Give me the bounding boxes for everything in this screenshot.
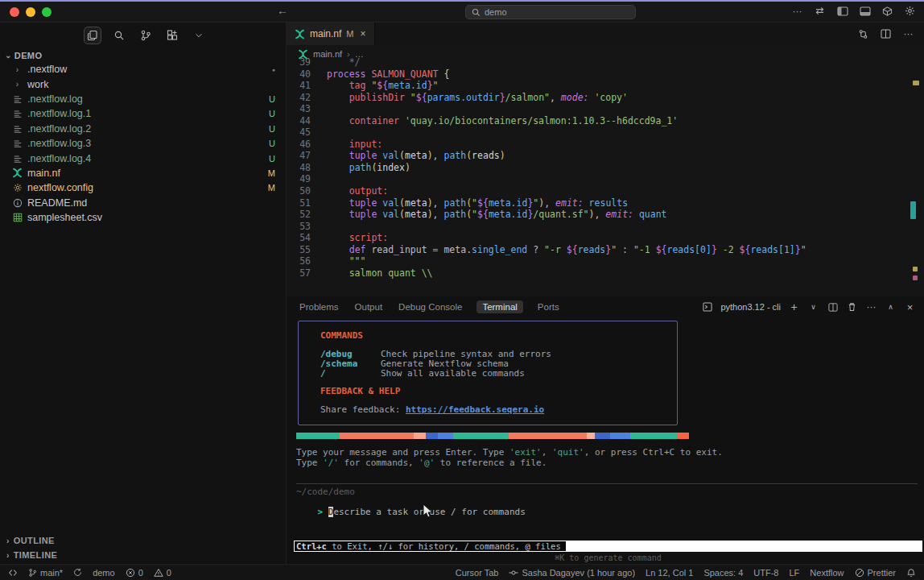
panel-more-actions-icon[interactable]: ··· <box>865 301 877 313</box>
code-line[interactable]: 53 <box>287 221 924 233</box>
status-item-0[interactable]: 0 <box>126 568 143 578</box>
split-terminal-icon[interactable] <box>827 301 839 313</box>
code-line[interactable]: 39 */ <box>287 56 924 68</box>
search-icon[interactable] <box>110 27 128 44</box>
panel-tab-ports[interactable]: Ports <box>536 300 561 313</box>
file-name: .nextflow.log.1 <box>27 108 269 119</box>
cli-prompt[interactable]: > Describe a task or use / for commands <box>296 496 526 528</box>
status-item-cursor-tab[interactable]: Cursor Tab <box>456 568 499 578</box>
toggle-sidebar-icon[interactable] <box>836 5 848 17</box>
code-line[interactable]: 55 def read_input = meta.single_end ? "-… <box>287 244 924 256</box>
panel-tab-output[interactable]: Output <box>353 300 385 313</box>
close-panel-icon[interactable]: × <box>904 301 916 313</box>
sync-arrows-icon[interactable] <box>814 5 826 17</box>
minimize-window-button[interactable] <box>26 7 35 17</box>
status-item-main-[interactable]: main* <box>28 568 63 578</box>
command-center-search[interactable]: demo <box>465 5 636 19</box>
explorer-section-header[interactable]: ⌄ DEMO <box>0 48 286 62</box>
code-line[interactable]: 48 path(index) <box>287 162 924 174</box>
code-editor[interactable]: 39 */40process SALMON_QUANT {41 tag "${m… <box>287 56 924 290</box>
code-line[interactable]: 51 tuple val(meta), path("${meta.id}"), … <box>287 197 924 209</box>
split-editor-icon[interactable] <box>880 28 892 40</box>
status-item-spaces-4[interactable]: Spaces: 4 <box>703 568 743 578</box>
customize-layout-icon[interactable] <box>881 5 893 17</box>
status-item-demo[interactable]: demo <box>93 568 115 578</box>
code-line[interactable]: 49 <box>287 173 924 185</box>
status-item-nextflow[interactable]: Nextflow <box>810 568 844 578</box>
maximize-panel-icon[interactable]: ∧ <box>885 301 897 313</box>
code-line[interactable]: 56 """ <box>287 255 924 267</box>
status-item-remote[interactable] <box>8 568 18 578</box>
log-file-icon <box>11 154 23 164</box>
settings-gear-icon[interactable] <box>904 5 916 17</box>
code-line[interactable]: 40process SALMON_QUANT { <box>287 68 924 81</box>
outline-section[interactable]: ›OUTLINE <box>0 533 286 548</box>
modified-dot: ● <box>272 67 275 72</box>
code-line[interactable]: 52 tuple val(meta), path("${meta.id}/qua… <box>287 209 924 221</box>
compare-changes-icon[interactable] <box>857 28 869 40</box>
status-item-utf-8[interactable]: UTF-8 <box>753 568 778 578</box>
status-item-prettier[interactable]: Prettier <box>855 568 896 578</box>
close-tab-icon[interactable]: × <box>361 28 366 39</box>
new-terminal-icon[interactable]: + <box>788 301 800 313</box>
more-actions-icon[interactable]: ··· <box>791 5 803 17</box>
status-item-ln-12-col-1[interactable]: Ln 12, Col 1 <box>646 568 693 578</box>
close-window-button[interactable] <box>10 7 19 17</box>
extensions-icon[interactable] <box>163 27 181 44</box>
feedback-link[interactable]: https://feedback.seqera.io <box>406 404 544 415</box>
gear-file-icon <box>11 183 23 193</box>
remote-icon <box>8 568 18 578</box>
file-name: .nextflow.log <box>27 93 269 105</box>
panel-tab-terminal[interactable]: Terminal <box>476 300 522 313</box>
timeline-section[interactable]: ›TIMELINE <box>0 548 286 562</box>
code-text: tuple val(meta), path("${meta.id}"), emi… <box>327 197 628 209</box>
file-row[interactable]: README.md <box>0 196 286 210</box>
traffic-lights[interactable] <box>10 7 52 17</box>
git-status-badge: U <box>269 124 275 134</box>
status-label: Prettier <box>868 568 896 578</box>
file-row[interactable]: main.nfM <box>0 166 286 180</box>
status-item-0[interactable]: 0 <box>154 568 171 578</box>
folder-row[interactable]: ›work <box>0 77 286 91</box>
status-item-sasha-dagayev-1-hour-ago-[interactable]: Sasha Dagayev (1 hour ago) <box>509 568 635 578</box>
code-line[interactable]: 46 input: <box>287 139 924 151</box>
editor-group: main.nf M × ··· main.nf › … 39 */40proce… <box>287 23 924 296</box>
editor-more-actions-icon[interactable]: ··· <box>902 28 914 40</box>
activity-bar <box>84 27 208 44</box>
code-line[interactable]: 50 output: <box>287 185 924 197</box>
status-item-bell[interactable] <box>906 568 916 578</box>
file-row[interactable]: .nextflow.logU <box>0 92 286 106</box>
code-line[interactable]: 41 tag "${meta.id}" <box>287 80 924 92</box>
panel-tab-problems[interactable]: Problems <box>298 300 340 313</box>
code-line[interactable]: 43 <box>287 103 924 115</box>
code-line[interactable]: 44 container 'quay.io/biocontainers/salm… <box>287 115 924 127</box>
code-line[interactable]: 57 salmon quant \\ <box>287 267 924 280</box>
file-row[interactable]: .nextflow.log.2U <box>0 122 286 136</box>
kill-terminal-icon[interactable] <box>846 301 858 313</box>
chevron-right-icon: › <box>11 65 23 74</box>
toggle-panel-icon[interactable] <box>859 5 871 17</box>
nf-file-icon <box>11 168 23 178</box>
file-row[interactable]: samplesheet.csv <box>0 210 286 225</box>
shell-label[interactable]: python3.12 - cli <box>720 302 781 312</box>
code-line[interactable]: 54 script: <box>287 232 924 244</box>
code-line[interactable]: 42 publishDir "${params.outdir}/salmon",… <box>287 92 924 104</box>
file-row[interactable]: nextflow.configM <box>0 180 286 195</box>
file-row[interactable]: .nextflow.log.1U <box>0 106 286 121</box>
chevron-down-icon[interactable] <box>190 27 208 44</box>
maximize-window-button[interactable] <box>42 7 52 17</box>
status-item-sync[interactable] <box>73 568 82 577</box>
source-control-icon[interactable] <box>137 27 155 44</box>
folder-row[interactable]: ›.nextflow● <box>0 62 286 77</box>
status-item-lf[interactable]: LF <box>790 568 800 578</box>
file-row[interactable]: .nextflow.log.4U <box>0 151 286 165</box>
tab-main-nf[interactable]: main.nf M × <box>287 23 375 45</box>
chevron-down-icon[interactable]: ∨ <box>807 301 819 313</box>
files-icon[interactable] <box>84 27 101 44</box>
tab-label: main.nf <box>310 28 341 39</box>
back-icon[interactable]: ← <box>277 4 288 17</box>
panel-tab-debug-console[interactable]: Debug Console <box>397 300 464 313</box>
code-line[interactable]: 45 <box>287 126 924 139</box>
file-row[interactable]: .nextflow.log.3U <box>0 136 286 151</box>
code-line[interactable]: 47 tuple val(meta), path(reads) <box>287 150 924 162</box>
